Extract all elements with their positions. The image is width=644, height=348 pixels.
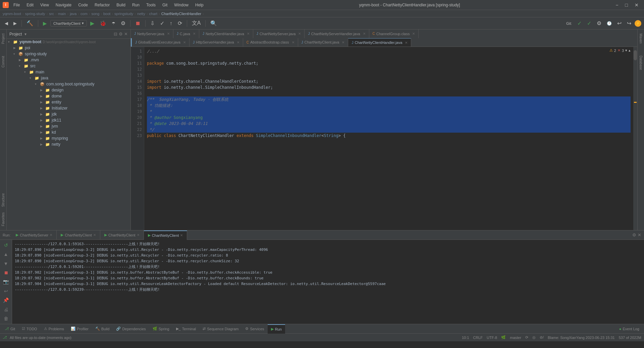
run-tab-close[interactable]: ✕ xyxy=(50,233,52,237)
tab-close[interactable]: ✕ xyxy=(412,32,415,36)
btm-tab-git[interactable]: ⎇ Git xyxy=(1,324,18,334)
run-tab-chartnettyserver[interactable]: ▶ ChartNettyServer ✕ xyxy=(12,230,57,240)
print-button[interactable]: 🖨 xyxy=(2,305,10,313)
stop-button[interactable]: ⏹ xyxy=(133,19,143,28)
menu-navigate[interactable]: Navigate xyxy=(53,2,74,8)
breadcrumb-part[interactable]: src xyxy=(49,12,54,16)
tab-chartnettyclient[interactable]: J ChartNettyClient.java ✕ xyxy=(298,38,348,47)
btm-tab-terminal[interactable]: ▶_ Terminal xyxy=(173,324,200,334)
tab-close[interactable]: ✕ xyxy=(247,32,250,36)
breadcrumb-part[interactable]: java xyxy=(70,12,76,16)
breadcrumb-part[interactable]: com xyxy=(80,12,88,16)
translate-button[interactable]: 文A xyxy=(190,18,203,28)
breadcrumb-part[interactable]: ChartNettyClientHandler xyxy=(161,12,201,16)
btm-tab-event-log[interactable]: ● Event Log xyxy=(616,324,643,334)
tree-node-dome[interactable]: ▶ 📁 dome xyxy=(7,93,130,99)
tree-node-entity[interactable]: ▶ 📁 entity xyxy=(7,99,130,105)
power-save-button[interactable]: ⚡ xyxy=(635,20,641,27)
run-tab-close[interactable]: ✕ xyxy=(137,233,140,237)
menu-code[interactable]: Code xyxy=(75,2,91,8)
collapse-icon[interactable]: ▴ xyxy=(629,48,631,53)
editor-scrollbar[interactable] xyxy=(633,47,637,230)
run-tab-chartnettyclient-active[interactable]: ▶ ChartNettyClient ✕ xyxy=(144,230,187,240)
wrap-button[interactable]: ↩ xyxy=(2,287,10,295)
run-tab-chartnettyclient-2[interactable]: ▶ ChartNettyClient ✕ xyxy=(100,230,144,240)
tree-node-kd[interactable]: ▶ 📁 kd xyxy=(7,129,130,135)
settings-button[interactable]: ⚙ xyxy=(595,19,603,28)
menu-view[interactable]: View xyxy=(38,2,52,8)
search-everywhere-button[interactable]: 🔍 xyxy=(208,19,219,28)
tree-node-src[interactable]: ▾ 📁 src xyxy=(7,63,130,69)
back-button[interactable]: ◀ xyxy=(3,19,10,27)
breadcrumb-part[interactable]: netty xyxy=(137,12,145,16)
run-config-debug[interactable]: ▶ xyxy=(41,19,49,28)
breadcrumb-part[interactable]: spring-study xyxy=(25,12,45,16)
menu-tools[interactable]: Tools xyxy=(144,2,158,8)
redo-button[interactable]: ↪ xyxy=(625,19,633,28)
database-panel-tab[interactable]: Database xyxy=(638,53,643,73)
git-branch-name[interactable]: master xyxy=(510,336,521,340)
structure-panel-tab[interactable]: Structure xyxy=(1,191,6,210)
tree-node-jdk[interactable]: ▶ 📁 jdk xyxy=(7,111,130,117)
tab-close[interactable]: ✕ xyxy=(193,32,196,36)
forward-button[interactable]: ▶ xyxy=(11,19,19,27)
breadcrumb-part[interactable]: chart xyxy=(149,12,157,16)
tab-close[interactable]: ✕ xyxy=(363,32,366,36)
run-output[interactable]: ---------------/127.0.0.1:59163---------… xyxy=(12,240,644,324)
tree-root[interactable]: ▾ 📁 yqmm-boot D:\work\project\huatech\yq… xyxy=(7,39,130,45)
tab-close[interactable]: ✕ xyxy=(405,41,408,45)
run-tab-chartnettyclient-1[interactable]: ▶ ChartNettyClient ✕ xyxy=(57,230,100,240)
tab-cjava[interactable]: J C.java ✕ xyxy=(173,29,199,38)
tab-nettyclienthandler[interactable]: J NettyClientHandler.java ✕ xyxy=(199,29,253,38)
menu-bar[interactable]: File Edit View Navigate Code Refactor Bu… xyxy=(11,2,206,8)
btm-tab-build[interactable]: 🔨 Build xyxy=(92,324,113,334)
settings-icon[interactable]: ⚙ xyxy=(119,31,123,37)
tab-globaleventexecutor[interactable]: J GlobalEventExecutor.java ✕ xyxy=(131,38,190,47)
scrollbar-thumb[interactable] xyxy=(634,50,637,60)
tree-node-design[interactable]: ▶ 📁 design xyxy=(7,87,130,93)
tab-close[interactable]: ✕ xyxy=(167,32,170,36)
build-button[interactable]: 🔨 xyxy=(24,19,35,28)
tree-node-poi[interactable]: ▶ 📁 poi xyxy=(7,45,130,51)
debug-button[interactable]: 🐞 xyxy=(98,19,108,28)
btm-tab-services[interactable]: ⚙ Services xyxy=(242,324,267,334)
run-config-dropdown[interactable]: ChartNettyClient ▾ xyxy=(50,20,87,26)
breadcrumb-part[interactable]: song xyxy=(91,12,99,16)
tab-channelgroup[interactable]: C ChannelGroup.class ✕ xyxy=(369,29,419,38)
code-content[interactable]: /.../ package com.song.boot.springstudy.… xyxy=(144,47,633,230)
git-push-button[interactable]: ↑ xyxy=(168,19,174,28)
project-dropdown-arrow[interactable]: ▾ xyxy=(24,32,26,37)
breadcrumb-part[interactable]: springstudy xyxy=(114,12,133,16)
menu-run[interactable]: Run xyxy=(129,2,142,8)
breadcrumb-part[interactable]: yqmm-boot xyxy=(3,12,21,16)
git-check2[interactable]: ✓ xyxy=(585,19,593,28)
close-icon[interactable]: ✕ xyxy=(124,31,128,37)
btm-tab-sequence-diagram[interactable]: ⇄ Sequence Diagram xyxy=(199,324,242,334)
tab-close[interactable]: ✕ xyxy=(183,41,186,44)
minimize-button[interactable]: − xyxy=(613,2,621,8)
profile-button[interactable]: ⚙ xyxy=(119,19,127,28)
window-controls[interactable]: − □ ✕ xyxy=(613,2,641,8)
menu-edit[interactable]: Edit xyxy=(24,2,36,8)
tree-node-main[interactable]: ▾ 📁 main xyxy=(7,69,130,75)
tab-abstractbootstrap[interactable]: C AbstractBootstrap.class ✕ xyxy=(243,38,298,47)
tab-chartnettyclienthandler-active[interactable]: J ChartNettyClientHandler.java ✕ xyxy=(348,38,411,47)
btm-tab-problems[interactable]: ⚠ Problems xyxy=(41,324,67,334)
run-tab-close[interactable]: ✕ xyxy=(180,233,183,237)
tree-node-java[interactable]: ▾ 📁 java xyxy=(7,75,130,81)
scroll-down-button[interactable]: ▼ xyxy=(2,260,10,267)
screenshot-button[interactable]: 📷 xyxy=(2,278,10,286)
favorites-panel-tab[interactable]: Favorites xyxy=(1,210,6,229)
btm-tab-profiler[interactable]: 📊 Profiler xyxy=(67,324,92,334)
tab-httpserverhandler[interactable]: J HttpServerHandler.java ✕ xyxy=(190,38,243,47)
clock-button[interactable]: 🕐 xyxy=(605,19,614,28)
commit-panel-tab[interactable]: Commit xyxy=(1,53,6,70)
pin-button[interactable]: 📌 xyxy=(2,296,10,304)
encoding[interactable]: UTF-8 xyxy=(487,336,497,340)
maven-panel-tab[interactable]: Maven xyxy=(638,31,643,46)
tree-node-jdk11[interactable]: ▶ 📁 jdk11 xyxy=(7,117,130,123)
menu-git[interactable]: Git xyxy=(160,2,170,8)
menu-file[interactable]: File xyxy=(11,2,22,8)
tree-node-spring-study[interactable]: ▾ 📦 spring-study xyxy=(7,51,130,57)
tab-close[interactable]: ✕ xyxy=(298,32,301,36)
